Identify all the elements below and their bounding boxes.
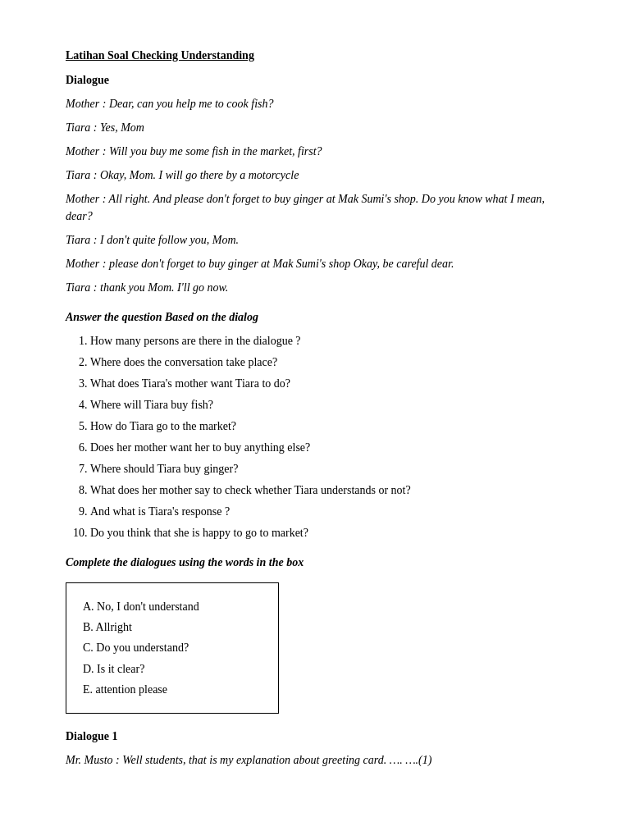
- question-7: Where should Tiara buy ginger?: [90, 460, 564, 477]
- dialogue-line-1: Mother : Dear, can you help me to cook f…: [66, 95, 564, 112]
- dialogue1-label: Dialogue 1: [66, 730, 564, 743]
- dialogue-lines: Mother : Dear, can you help me to cook f…: [66, 95, 564, 296]
- question-2: Where does the conversation take place?: [90, 354, 564, 371]
- word-box-item-b: B. Allright: [83, 617, 253, 637]
- dialogue-line-7: Mother : please don't forget to buy ging…: [66, 255, 564, 272]
- question-8: What does her mother say to check whethe…: [90, 482, 564, 499]
- word-box-item-e: E. attention please: [83, 679, 253, 700]
- question-9: And what is Tiara's response ?: [90, 503, 564, 520]
- dialogue-line-8: Tiara : thank you Mom. I'll go now.: [66, 279, 564, 296]
- word-box: A. No, I don't understand B. Allright C.…: [66, 582, 279, 714]
- question-6: Does her mother want her to buy anything…: [90, 439, 564, 456]
- word-box-item-c: C. Do you understand?: [83, 637, 253, 658]
- word-box-item-a: A. No, I don't understand: [83, 596, 253, 617]
- question-3: What does Tiara's mother want Tiara to d…: [90, 375, 564, 392]
- dialogue1-line: Mr. Musto : Well students, that is my ex…: [66, 751, 564, 769]
- question-5: How do Tiara go to the market?: [90, 418, 564, 435]
- question-1: How many persons are there in the dialog…: [90, 332, 564, 349]
- question-4: Where will Tiara buy fish?: [90, 396, 564, 413]
- dialogue-label: Dialogue: [66, 74, 564, 87]
- complete-dialogues-heading: Complete the dialogues using the words i…: [66, 556, 564, 569]
- page-title: Latihan Soal Checking Understanding: [66, 49, 564, 62]
- dialogue-line-5: Mother : All right. And please don't for…: [66, 190, 564, 225]
- questions-heading: Answer the question Based on the dialog: [66, 311, 564, 324]
- dialogue-line-2: Tiara : Yes, Mom: [66, 119, 564, 136]
- dialogue-line-3: Mother : Will you buy me some fish in th…: [66, 143, 564, 160]
- dialogue-line-6: Tiara : I don't quite follow you, Mom.: [66, 231, 564, 249]
- question-10: Do you think that she is happy to go to …: [90, 524, 564, 541]
- word-box-item-d: D. Is it clear?: [83, 659, 253, 679]
- dialogue-line-4: Tiara : Okay, Mom. I will go there by a …: [66, 167, 564, 184]
- questions-list: How many persons are there in the dialog…: [90, 332, 564, 541]
